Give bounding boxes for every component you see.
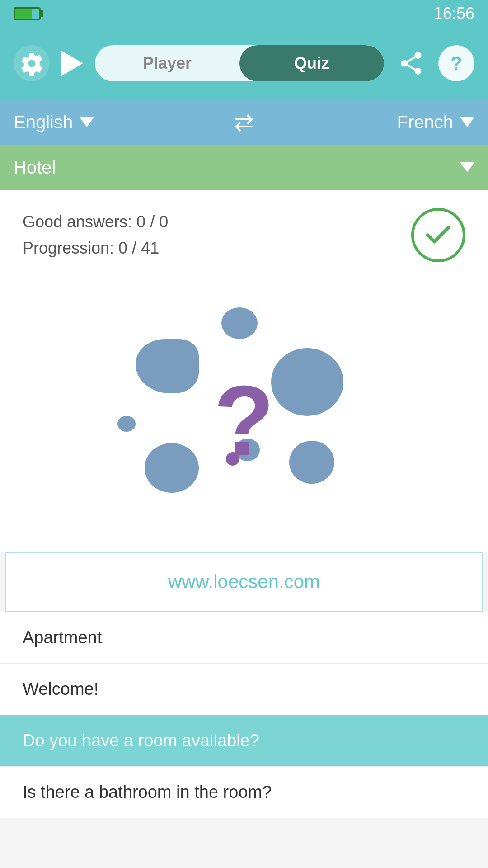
stats-text: Good answers: 0 / 0 Progression: 0 / 41 xyxy=(23,209,168,261)
checkmark-circle[interactable] xyxy=(411,208,465,262)
website-link[interactable]: www.loecsen.com xyxy=(168,571,320,592)
battery-icon xyxy=(14,7,41,20)
blob-4 xyxy=(117,416,136,432)
question-visual: ? xyxy=(108,303,380,529)
word-list: ApartmentWelcome!Do you have a room avai… xyxy=(0,612,488,818)
blob-5 xyxy=(145,443,199,493)
player-mode-button[interactable]: Player xyxy=(95,45,239,81)
help-icon: ? xyxy=(450,52,462,74)
word-item[interactable]: Do you have a room available? xyxy=(0,715,488,767)
toolbar: Player Quiz ? xyxy=(0,27,488,99)
swap-icon: ⇄ xyxy=(234,108,254,136)
stats-area: Good answers: 0 / 0 Progression: 0 / 41 xyxy=(0,190,488,280)
progression-stat: Progression: 0 / 41 xyxy=(23,235,168,261)
target-language-label: French xyxy=(397,112,454,132)
status-time: 16:56 xyxy=(434,4,474,23)
website-box[interactable]: www.loecsen.com xyxy=(5,552,483,612)
language-swap-button[interactable]: ⇄ xyxy=(226,104,262,140)
source-language-label: English xyxy=(14,112,73,132)
source-language-section: English xyxy=(14,112,226,132)
settings-button[interactable] xyxy=(14,45,50,81)
quiz-mode-button[interactable]: Quiz xyxy=(239,45,384,81)
play-icon xyxy=(61,51,83,76)
language-bar: English ⇄ French xyxy=(0,99,488,145)
share-icon xyxy=(398,50,425,77)
help-button[interactable]: ? xyxy=(438,45,474,81)
category-label: Hotel xyxy=(14,157,453,178)
word-item[interactable]: Is there a bathroom in the room? xyxy=(0,767,488,818)
source-language-dropdown-arrow[interactable] xyxy=(80,117,94,127)
word-item[interactable]: Apartment xyxy=(0,612,488,664)
blob-2 xyxy=(221,307,258,339)
category-dropdown-arrow[interactable] xyxy=(460,162,474,172)
checkmark-icon xyxy=(422,219,454,251)
mode-toggle: Player Quiz xyxy=(95,45,384,81)
target-language-dropdown-arrow[interactable] xyxy=(460,117,474,127)
blob-1 xyxy=(136,339,199,393)
question-area[interactable]: ? xyxy=(0,280,488,552)
category-bar: Hotel xyxy=(0,145,488,190)
blob-6 xyxy=(289,441,334,484)
gear-icon xyxy=(19,51,44,76)
status-bar: 16:56 xyxy=(0,0,488,27)
blob-3 xyxy=(271,348,343,416)
share-button[interactable] xyxy=(393,45,429,81)
good-answers-stat: Good answers: 0 / 0 xyxy=(23,209,168,235)
play-button[interactable] xyxy=(59,50,86,77)
question-mark-icon: ? xyxy=(214,371,274,471)
target-language-section: French xyxy=(262,112,474,132)
word-item[interactable]: Welcome! xyxy=(0,664,488,715)
